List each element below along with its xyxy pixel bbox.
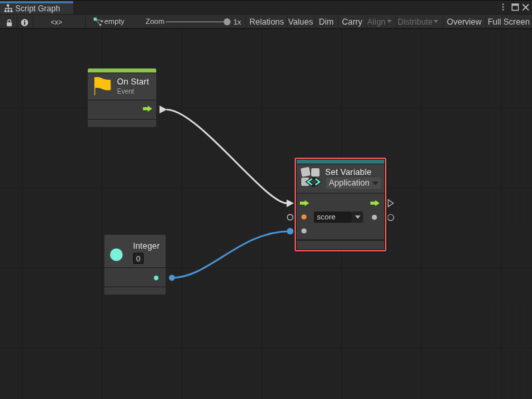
svg-text:1x: 1x [233,18,241,26]
